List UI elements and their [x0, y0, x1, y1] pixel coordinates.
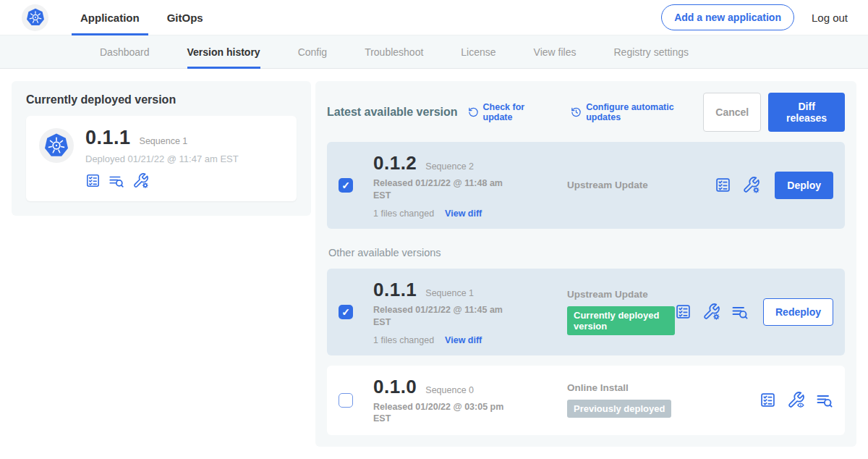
view-diff-link[interactable]: View diff [445, 335, 482, 345]
version-source: Upstream Update [567, 180, 715, 190]
top-nav: Application GitOps [70, 0, 213, 35]
subtab-license[interactable]: License [461, 35, 495, 68]
subtab-view-files-label: View files [534, 46, 576, 58]
deployed-timestamp: Deployed 01/21/22 @ 11:47 am EST [85, 153, 239, 164]
preflight-checks-icon[interactable] [760, 392, 776, 408]
configure-automatic-updates-label: Configure automatic updates [586, 102, 703, 122]
deployed-version: 0.1.1 [85, 127, 131, 149]
refresh-icon [468, 106, 479, 118]
deploy-button[interactable]: Deploy [775, 172, 833, 199]
app-icon [39, 128, 74, 163]
currently-deployed-panel: Currently deployed version 0.1.1 Sequenc… [12, 81, 311, 216]
check-for-update-link[interactable]: Check for update [468, 102, 553, 122]
version-history-panel: Latest available version Check for updat… [315, 81, 856, 447]
released-timestamp: Released 01/21/22 @ 11:45 am EST [373, 304, 515, 329]
preflight-checks-icon[interactable] [675, 303, 692, 320]
release-notes-icon[interactable] [109, 173, 124, 189]
version-row-0-1-2: ✓ 0.1.2 Sequence 2 Released 01/21/22 @ 1… [327, 142, 845, 229]
released-timestamp: Released 01/20/22 @ 03:05 pm EST [373, 401, 515, 426]
subtab-config-label: Config [298, 46, 327, 58]
version-number: 0.1.2 [373, 152, 417, 174]
config-icon[interactable] [702, 303, 720, 321]
previously-deployed-badge: Previously deployed [567, 400, 671, 418]
check-for-update-label: Check for update [483, 102, 553, 122]
subtab-view-files[interactable]: View files [534, 35, 576, 68]
released-timestamp: Released 01/21/22 @ 11:48 am EST [373, 177, 515, 202]
release-notes-icon[interactable] [731, 303, 749, 321]
version-checkbox[interactable] [339, 393, 353, 408]
main-content: Currently deployed version 0.1.1 Sequenc… [0, 69, 868, 459]
tab-application-label: Application [80, 12, 140, 24]
config-icon[interactable] [742, 176, 760, 194]
version-row-0-1-1: ✓ 0.1.1 Sequence 1 Released 01/21/22 @ 1… [327, 269, 845, 355]
currently-deployed-badge: Currently deployed version [567, 306, 675, 335]
redeploy-button[interactable]: Redeploy [763, 298, 833, 326]
version-number: 0.1.1 [373, 279, 417, 301]
subtab-troubleshoot[interactable]: Troubleshoot [365, 35, 423, 68]
version-sequence: Sequence 1 [425, 288, 474, 298]
config-icon[interactable] [132, 172, 149, 189]
version-sequence: Sequence 0 [425, 385, 474, 395]
top-header: Application GitOps Add a new application… [0, 0, 868, 35]
currently-deployed-card: 0.1.1 Sequence 1 Deployed 01/21/22 @ 11:… [26, 116, 297, 201]
subtab-registry-settings-label: Registry settings [613, 46, 688, 58]
subtab-version-history[interactable]: Version history [187, 35, 260, 68]
currently-deployed-title: Currently deployed version [26, 93, 297, 106]
other-versions-title: Other available versions [328, 247, 843, 258]
version-source: Online Install [567, 382, 760, 393]
version-row-0-1-0: 0.1.0 Sequence 0 Released 01/20/22 @ 03:… [327, 366, 845, 436]
cancel-button[interactable]: Cancel [703, 93, 761, 132]
version-checkbox[interactable]: ✓ [339, 178, 353, 193]
latest-available-title: Latest available version [327, 106, 458, 119]
files-changed-label: 1 files changed [373, 335, 434, 345]
subtab-license-label: License [461, 46, 495, 58]
version-checkbox[interactable]: ✓ [339, 305, 353, 319]
deployed-sequence: Sequence 1 [140, 136, 188, 146]
kubernetes-logo [22, 4, 48, 31]
subtab-registry-settings[interactable]: Registry settings [613, 35, 688, 68]
subtab-dashboard-label: Dashboard [100, 46, 150, 58]
preflight-checks-icon[interactable] [85, 173, 101, 188]
files-changed-label: 1 files changed [373, 209, 434, 219]
subtab-version-history-label: Version history [187, 46, 260, 58]
clock-refresh-icon [571, 106, 582, 118]
diff-releases-button[interactable]: Diff releases [768, 93, 845, 132]
preflight-checks-icon[interactable] [715, 177, 731, 193]
subtab-config[interactable]: Config [298, 35, 327, 68]
subtab-troubleshoot-label: Troubleshoot [365, 46, 423, 58]
config-view-icon[interactable] [787, 391, 805, 409]
version-number: 0.1.0 [373, 376, 417, 398]
release-notes-icon[interactable] [816, 392, 833, 409]
version-sequence: Sequence 2 [425, 161, 474, 172]
tab-application[interactable]: Application [70, 0, 150, 35]
app-subnav: Dashboard Version history Config Trouble… [0, 35, 868, 69]
logout-button[interactable]: Log out [812, 12, 848, 24]
tab-gitops[interactable]: GitOps [157, 0, 213, 35]
add-application-button[interactable]: Add a new application [661, 4, 794, 30]
subtab-dashboard[interactable]: Dashboard [100, 35, 150, 68]
view-diff-link[interactable]: View diff [445, 209, 482, 219]
header-right: Add a new application Log out [661, 4, 848, 30]
tab-gitops-label: GitOps [167, 12, 203, 24]
version-source: Upstream Update [567, 289, 675, 300]
configure-automatic-updates-link[interactable]: Configure automatic updates [571, 102, 703, 122]
